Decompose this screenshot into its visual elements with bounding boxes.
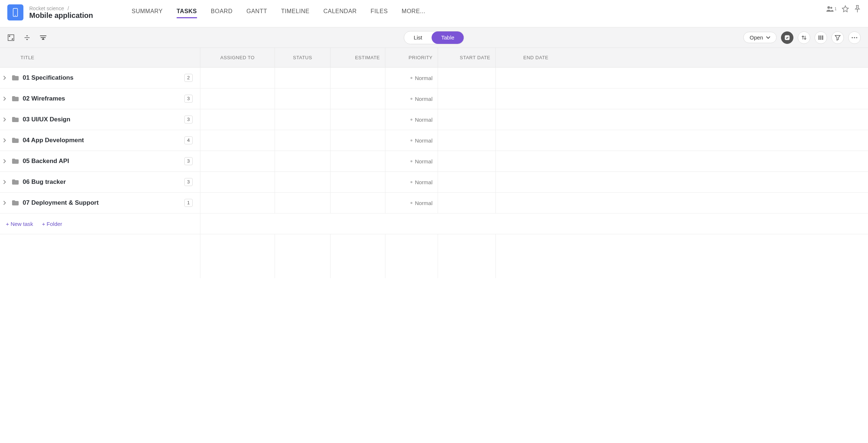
col-end-date[interactable]: END DATE bbox=[496, 48, 554, 67]
cell-start-date[interactable] bbox=[438, 172, 496, 192]
folder-title: 03 UI/UX Design bbox=[23, 116, 181, 123]
cell-start-date[interactable] bbox=[438, 88, 496, 109]
cell-status[interactable] bbox=[275, 172, 331, 192]
col-estimate[interactable]: ESTIMATE bbox=[331, 48, 385, 67]
new-folder-button[interactable]: + Folder bbox=[42, 221, 62, 227]
cell-end-date[interactable] bbox=[496, 109, 554, 130]
col-title[interactable]: TITLE bbox=[0, 48, 200, 67]
new-task-button[interactable]: + New task bbox=[6, 221, 33, 227]
cell-priority[interactable]: • Normal bbox=[385, 109, 438, 130]
task-count-badge: 3 bbox=[184, 116, 193, 124]
share-button[interactable]: 1 bbox=[826, 6, 837, 12]
sort-button[interactable] bbox=[798, 31, 810, 44]
breadcrumb-parent[interactable]: Rocket science bbox=[29, 5, 64, 11]
cell-assigned[interactable] bbox=[200, 88, 275, 109]
cell-priority[interactable]: • Normal bbox=[385, 172, 438, 192]
priority-label: Normal bbox=[415, 137, 433, 144]
table-row[interactable]: 03 UI/UX Design 3 • Normal bbox=[0, 109, 868, 130]
cell-assigned[interactable] bbox=[200, 130, 275, 151]
cell-estimate[interactable] bbox=[331, 193, 385, 213]
cell-end-date[interactable] bbox=[496, 193, 554, 213]
collapse-button[interactable] bbox=[23, 34, 31, 41]
tab-summary[interactable]: SUMMARY bbox=[132, 8, 163, 17]
cell-assigned[interactable] bbox=[200, 172, 275, 192]
filter-button[interactable] bbox=[831, 31, 844, 44]
cell-estimate[interactable] bbox=[331, 172, 385, 192]
cell-priority[interactable]: • Normal bbox=[385, 193, 438, 213]
table-row[interactable]: 06 Bug tracker 3 • Normal bbox=[0, 172, 868, 193]
view-table-button[interactable]: Table bbox=[432, 31, 464, 44]
cell-start-date[interactable] bbox=[438, 193, 496, 213]
folder-icon bbox=[12, 75, 19, 81]
cell-status[interactable] bbox=[275, 130, 331, 151]
cell-assigned[interactable] bbox=[200, 109, 275, 130]
checklist-button[interactable] bbox=[781, 31, 793, 44]
priority-label: Normal bbox=[415, 96, 433, 102]
cell-assigned[interactable] bbox=[200, 151, 275, 171]
view-list-button[interactable]: List bbox=[404, 31, 431, 44]
favorite-button[interactable] bbox=[842, 5, 849, 12]
tab-board[interactable]: BOARD bbox=[211, 8, 233, 17]
cell-estimate[interactable] bbox=[331, 68, 385, 88]
chevron-right-icon bbox=[3, 201, 6, 205]
expand-row-button[interactable] bbox=[3, 201, 8, 205]
cell-start-date[interactable] bbox=[438, 109, 496, 130]
tab-timeline[interactable]: TIMELINE bbox=[281, 8, 310, 17]
tab-more[interactable]: MORE... bbox=[402, 8, 426, 17]
table-row[interactable]: 02 Wireframes 3 • Normal bbox=[0, 88, 868, 109]
cell-end-date[interactable] bbox=[496, 172, 554, 192]
cell-start-date[interactable] bbox=[438, 130, 496, 151]
cell-assigned[interactable] bbox=[200, 193, 275, 213]
cell-priority[interactable]: • Normal bbox=[385, 130, 438, 151]
folder-title: 01 Specifications bbox=[23, 74, 181, 82]
cell-status[interactable] bbox=[275, 109, 331, 130]
cell-start-date[interactable] bbox=[438, 68, 496, 88]
table-row[interactable]: 07 Deployment & Support 1 • Normal bbox=[0, 193, 868, 213]
tab-files[interactable]: FILES bbox=[371, 8, 388, 17]
table-row[interactable]: 05 Backend API 3 • Normal bbox=[0, 151, 868, 172]
expand-row-button[interactable] bbox=[3, 96, 8, 101]
more-button[interactable] bbox=[848, 31, 861, 44]
pin-button[interactable] bbox=[854, 5, 861, 12]
tab-tasks[interactable]: TASKS bbox=[177, 8, 197, 17]
columns-button[interactable] bbox=[815, 31, 827, 44]
col-priority[interactable]: PRIORITY bbox=[385, 48, 438, 67]
chevron-down-icon bbox=[766, 36, 770, 39]
folder-title: 02 Wireframes bbox=[23, 95, 181, 102]
table-row[interactable]: 01 Specifications 2 • Normal bbox=[0, 68, 868, 88]
svg-point-3 bbox=[830, 7, 832, 9]
breadcrumb-separator: / bbox=[68, 5, 69, 11]
tab-calendar[interactable]: CALENDAR bbox=[323, 8, 356, 17]
cell-estimate[interactable] bbox=[331, 109, 385, 130]
cell-end-date[interactable] bbox=[496, 151, 554, 171]
expand-row-button[interactable] bbox=[3, 76, 8, 80]
expand-row-button[interactable] bbox=[3, 180, 8, 184]
cell-estimate[interactable] bbox=[331, 151, 385, 171]
cell-status[interactable] bbox=[275, 88, 331, 109]
cell-status[interactable] bbox=[275, 193, 331, 213]
cell-priority[interactable]: • Normal bbox=[385, 88, 438, 109]
cell-status[interactable] bbox=[275, 151, 331, 171]
status-filter-button[interactable]: Open bbox=[743, 32, 777, 43]
filter-toggle-button[interactable] bbox=[39, 34, 47, 41]
cell-end-date[interactable] bbox=[496, 88, 554, 109]
cell-assigned[interactable] bbox=[200, 68, 275, 88]
tab-gantt[interactable]: GANTT bbox=[246, 8, 267, 17]
expand-row-button[interactable] bbox=[3, 159, 8, 163]
col-start-date[interactable]: START DATE bbox=[438, 48, 496, 67]
columns-icon bbox=[818, 35, 824, 41]
expand-row-button[interactable] bbox=[3, 138, 8, 143]
cell-priority[interactable]: • Normal bbox=[385, 68, 438, 88]
cell-start-date[interactable] bbox=[438, 151, 496, 171]
col-status[interactable]: STATUS bbox=[275, 48, 331, 67]
cell-estimate[interactable] bbox=[331, 130, 385, 151]
expand-button[interactable] bbox=[7, 34, 15, 41]
cell-estimate[interactable] bbox=[331, 88, 385, 109]
cell-end-date[interactable] bbox=[496, 130, 554, 151]
cell-status[interactable] bbox=[275, 68, 331, 88]
cell-priority[interactable]: • Normal bbox=[385, 151, 438, 171]
expand-row-button[interactable] bbox=[3, 117, 8, 122]
cell-end-date[interactable] bbox=[496, 68, 554, 88]
col-assigned[interactable]: ASSIGNED TO bbox=[200, 48, 275, 67]
table-row[interactable]: 04 App Development 4 • Normal bbox=[0, 130, 868, 151]
